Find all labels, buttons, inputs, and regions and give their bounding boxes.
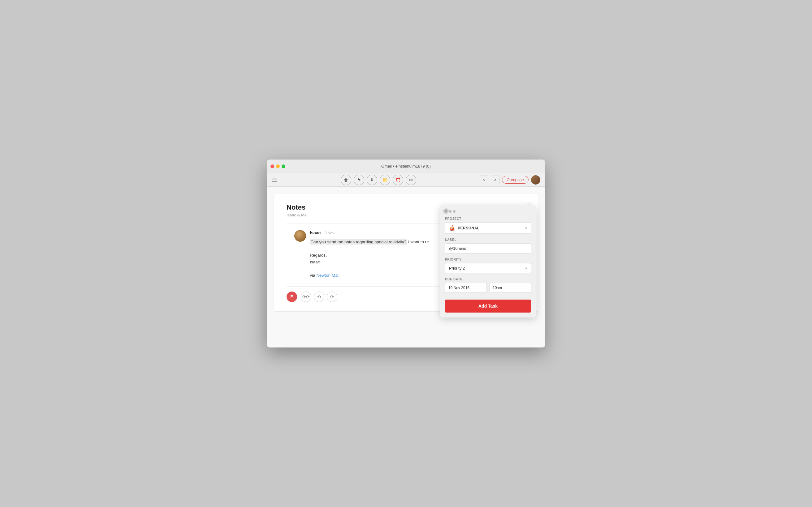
reply-avatar: E — [287, 291, 297, 302]
priority-field-group: PRIORITY Priority 2 ▾ — [445, 258, 531, 273]
maximize-traffic-light[interactable] — [282, 164, 285, 168]
reply-all-button[interactable]: ⟳⟳ — [301, 291, 311, 302]
project-select[interactable]: 🎪 PERSONAL ▾ — [445, 222, 531, 234]
minimize-traffic-light[interactable] — [276, 164, 280, 168]
due-time-input[interactable]: 10am — [489, 283, 531, 293]
priority-chevron-icon: ▾ — [525, 266, 527, 271]
priority-value: Priority 2 — [449, 266, 465, 271]
priority-select[interactable]: Priority 2 ▾ — [445, 263, 531, 273]
due-date-input[interactable]: 10 Nov 2016 — [445, 283, 487, 293]
hamburger-menu[interactable] — [272, 178, 277, 182]
highlighted-text: Can you send me notes regarding special … — [310, 239, 407, 244]
toolbar-icons: 🗑 ⚑ ⬇ 📁 ⏰ ✉ — [341, 175, 416, 185]
traffic-lights — [270, 164, 285, 168]
app-window: Gmail • einsteinulm1879 (8) 🗑 ⚑ ⬇ 📁 ⏰ ✉ … — [267, 160, 545, 347]
title-text: Gmail • einsteinulm1879 (8) — [381, 164, 431, 168]
message-rest: I want to re — [407, 240, 429, 244]
reply-actions: ⟳⟳ ⟲ ⟳ — [301, 291, 337, 302]
folder-button[interactable]: 📁 — [380, 175, 390, 185]
task-panel-dots — [445, 210, 531, 213]
main-content: ☆ Notes Isaac & Me ··· Isaac 8 Nov — [267, 187, 545, 347]
reply-button[interactable]: ⟲ — [314, 291, 324, 302]
avatar[interactable] — [531, 175, 540, 184]
dot-3 — [453, 210, 456, 213]
add-task-button[interactable]: Add Task — [445, 299, 531, 313]
dot-2 — [449, 210, 452, 213]
newton-mail-link[interactable]: Newton Mail — [316, 273, 339, 278]
label-field-group: LABEL — [445, 238, 531, 253]
close-traffic-light[interactable] — [270, 164, 274, 168]
spam-button[interactable]: ⚑ — [354, 175, 364, 185]
project-chevron-icon: ▾ — [525, 226, 527, 230]
avatar-image — [531, 175, 540, 184]
mail-button[interactable]: ✉ — [406, 175, 416, 185]
sender-avatar-image — [294, 230, 306, 242]
project-emoji: 🎪 — [449, 225, 455, 231]
archive-button[interactable]: ⬇ — [367, 175, 377, 185]
sender-date: 8 Nov — [324, 231, 334, 235]
project-label: PROJECT — [445, 217, 531, 220]
task-panel: ✕ PROJECT 🎪 PERSONAL ▾ — [440, 205, 536, 318]
trash-button[interactable]: 🗑 — [341, 175, 351, 185]
titlebar: Gmail • einsteinulm1879 (8) — [267, 160, 545, 173]
forward-button[interactable]: ⟳ — [327, 291, 337, 302]
task-panel-close-button[interactable]: ✕ — [443, 208, 449, 214]
compose-button[interactable]: Compose — [502, 176, 528, 184]
toolbar: 🗑 ⚑ ⬇ 📁 ⏰ ✉ < > Compose — [267, 173, 545, 187]
project-field-group: PROJECT 🎪 PERSONAL ▾ — [445, 217, 531, 234]
sender-name: Isaac — [310, 230, 320, 235]
nav-next-button[interactable]: > — [491, 176, 500, 184]
via-text: via — [310, 273, 316, 278]
regards-text: Regards,Isaac — [310, 253, 327, 264]
toolbar-right: < > Compose — [479, 175, 540, 184]
label-input[interactable] — [445, 243, 531, 253]
nav-prev-button[interactable]: < — [479, 176, 488, 184]
due-date-row: 10 Nov 2016 10am — [445, 283, 531, 293]
message-options-icon[interactable]: ··· — [287, 230, 291, 237]
project-select-left: 🎪 PERSONAL — [449, 225, 479, 231]
due-date-field-group: DUE DATE 10 Nov 2016 10am — [445, 278, 531, 293]
label-label: LABEL — [445, 238, 531, 241]
due-date-label: DUE DATE — [445, 278, 531, 281]
priority-label: PRIORITY — [445, 258, 531, 261]
project-name: PERSONAL — [458, 226, 479, 230]
close-icon: ✕ — [445, 209, 448, 213]
window-title: Gmail • einsteinulm1879 (8) — [381, 164, 431, 168]
snooze-button[interactable]: ⏰ — [393, 175, 403, 185]
sender-avatar — [294, 230, 306, 242]
